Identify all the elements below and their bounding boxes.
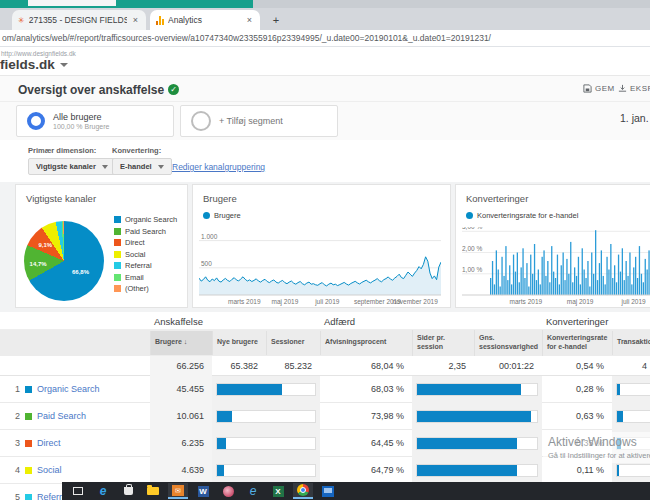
channel-link[interactable]: Direct — [37, 438, 61, 448]
cell-afvisningsprocent: 64,45 % — [320, 438, 412, 448]
background-window-strip — [0, 0, 650, 8]
legend-swatch-icon — [114, 239, 121, 246]
total-nye-brugere: 65.382 — [212, 361, 266, 371]
add-segment-button[interactable]: + Tilføj segment — [180, 105, 338, 137]
task-view-icon[interactable] — [68, 483, 88, 499]
cell-brugere-bar — [212, 403, 320, 430]
total-brugere: 66.256 — [150, 356, 212, 376]
table-group-header: Anskaffelse Adfærd Konverteringer — [0, 314, 650, 330]
pie-legend: Organic SearchPaid SearchDirectSocialRef… — [114, 215, 177, 296]
legend-item: Paid Search — [114, 227, 177, 236]
close-icon[interactable]: × — [245, 15, 254, 25]
cell-brugere-bar — [212, 430, 320, 457]
segment-title: Alle brugere — [53, 112, 109, 122]
download-icon — [618, 84, 627, 93]
cell-afvisningsprocent-bar — [412, 457, 542, 484]
table-column-header: Brugere ↓ Nye brugere Sessioner Afvisnin… — [0, 330, 650, 356]
legend-swatch-icon — [114, 251, 121, 258]
cell-konverteringsrate: 0,63 % — [542, 411, 612, 421]
chrome-icon[interactable] — [293, 483, 313, 499]
charts-row: Vigtigste kanaler 66,8% 14,7% 9,1% Organ… — [0, 182, 650, 312]
segment-row: Alle brugere 100,00 % Brugere + Tilføj s… — [0, 102, 650, 140]
activate-windows-watermark: Aktivér Windows Gå til Indstillinger for… — [543, 432, 650, 463]
channel-link[interactable]: Paid Search — [37, 411, 86, 421]
channels-pie-chart: 66,8% 14,7% 9,1% — [24, 221, 104, 301]
screen: ✳ 271355 - DESIGN FIELDS × Analytics × +… — [0, 0, 650, 500]
group-anskaffelse: Anskaffelse — [150, 316, 320, 327]
column-nye-brugere[interactable]: Nye brugere — [212, 331, 266, 355]
legend-item: Organic Search — [114, 215, 177, 224]
cell-brugere: 10.061 — [150, 403, 212, 430]
browser-tab-bar: ✳ 271355 - DESIGN FIELDS × Analytics × + — [0, 8, 650, 30]
excel-icon[interactable]: X — [268, 483, 288, 499]
tab-title: Analytics — [168, 15, 241, 25]
blue-app-icon[interactable] — [318, 483, 338, 499]
column-konverteringsrate[interactable]: Konverteringsrate for e-handel — [542, 330, 612, 356]
cell-brugere-bar — [212, 457, 320, 484]
edit-channel-grouping-link[interactable]: Rediger kanalgruppering — [172, 162, 265, 172]
file-explorer-icon[interactable] — [143, 483, 163, 499]
edge-icon[interactable]: e — [93, 483, 113, 499]
file-explorer-icon — [147, 487, 159, 495]
photos-icon — [223, 486, 234, 497]
export-button[interactable]: EKSPORT — [618, 84, 650, 93]
cell-konverteringsrate: 0,28 % — [542, 384, 612, 394]
save-button[interactable]: GEM — [583, 84, 615, 93]
conversion-select[interactable]: E-handel — [112, 158, 172, 175]
table-row: 2 Paid Search 10.061 73,98 % 0,63 % — [0, 403, 650, 430]
legend-item: Social — [114, 250, 177, 259]
url-text: om/analytics/web/#/report/trafficsources… — [0, 33, 491, 43]
users-chart-card: Brugere Brugere 1.000500 marts 2019maj 2… — [192, 184, 451, 308]
legend-dot-icon — [466, 212, 473, 219]
cell-afvisningsprocent-bar — [412, 430, 542, 457]
address-bar[interactable]: om/analytics/web/#/report/trafficsources… — [0, 30, 650, 47]
tab-design-fields[interactable]: ✳ 271355 - DESIGN FIELDS × — [12, 10, 146, 30]
property-selector[interactable]: fields.dk — [0, 57, 68, 72]
sort-desc-icon: ↓ — [184, 338, 188, 347]
watermark-line1: Aktivér Windows — [548, 435, 650, 449]
date-range-selector[interactable]: 1. jan. 2019 - 31. dec. 2019 — [620, 112, 650, 124]
property-header: http://www.designfields.dk fields.dk — [0, 47, 650, 75]
background-window-notch — [28, 0, 116, 6]
analytics-favicon — [156, 16, 164, 25]
pie-label: 14,7% — [30, 261, 47, 267]
primary-dimension-select[interactable]: Vigtigste kanaler — [28, 158, 116, 175]
internet-explorer-icon: e — [250, 485, 257, 497]
cell-konverteringsrate-bar — [612, 403, 650, 430]
column-gns-sessionsvarighed[interactable]: Gns. sessionsvarighed — [474, 330, 542, 356]
group-adfaerd: Adfærd — [320, 316, 542, 327]
design-fields-favicon: ✳ — [18, 16, 25, 25]
tab-analytics[interactable]: Analytics × — [150, 10, 260, 30]
svg-text:1,00 %: 1,00 % — [462, 266, 482, 273]
store-icon[interactable] — [118, 483, 138, 499]
row-rank: 4 — [12, 465, 20, 475]
channel-link[interactable]: Social — [37, 465, 62, 475]
chevron-down-icon — [60, 63, 68, 67]
photos-icon[interactable] — [218, 483, 238, 499]
svg-text:2,00 %: 2,00 % — [462, 245, 482, 252]
outlook-icon[interactable]: ✉ — [168, 483, 188, 499]
channel-color-swatch — [25, 467, 32, 474]
column-sider-pr-session[interactable]: Sider pr. session — [412, 330, 474, 356]
svg-text:3,00 %: 3,00 % — [462, 227, 482, 230]
close-icon[interactable]: × — [131, 15, 140, 25]
users-chart-title: Brugere — [203, 193, 237, 204]
task-view-icon — [73, 487, 83, 495]
legend-swatch-icon — [114, 216, 121, 223]
pie-title: Vigtigste kanaler — [26, 193, 96, 204]
word-icon[interactable]: W — [193, 483, 213, 499]
total-gns-sessionsvarighed: 00:01:22 — [474, 361, 542, 371]
conversions-chart-legend: Konverteringsrate for e-handel — [466, 211, 578, 220]
channel-link[interactable]: Organic Search — [37, 384, 100, 394]
row-rank: 2 — [12, 411, 20, 421]
blue-app-icon — [322, 486, 334, 497]
svg-text:1.000: 1.000 — [201, 233, 218, 240]
column-transaktioner[interactable]: Transaktioner — [612, 331, 650, 355]
segment-all-users[interactable]: Alle brugere 100,00 % Brugere — [16, 105, 174, 137]
new-tab-button[interactable]: + — [268, 12, 284, 28]
column-sessioner[interactable]: Sessioner — [266, 331, 320, 355]
column-afvisningsprocent[interactable]: Afvisningsprocent — [320, 331, 412, 355]
property-url: http://www.designfields.dk — [1, 50, 76, 57]
internet-explorer-icon[interactable]: e — [243, 483, 263, 499]
column-brugere[interactable]: Brugere ↓ — [150, 331, 212, 355]
